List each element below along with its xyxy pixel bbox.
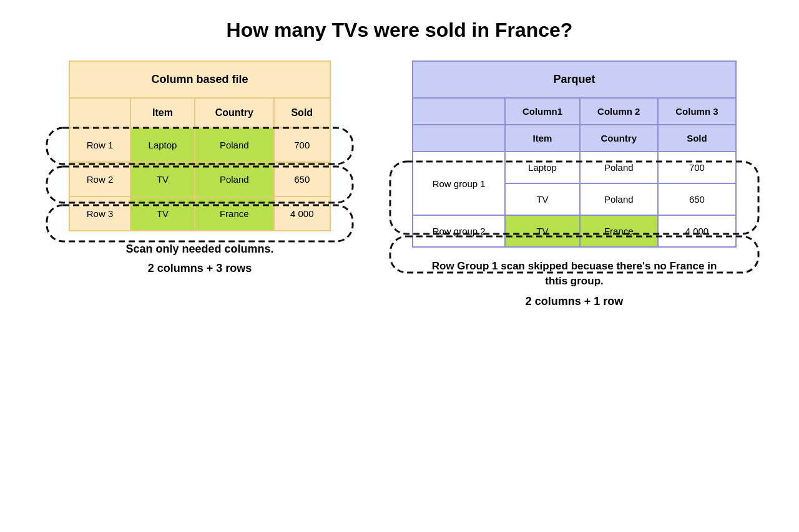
right-scan-text: Row Group 1 scan skipped becuase there's… [431,259,718,289]
table-row: Row 1 Laptop Poland 700 [69,128,330,162]
rg1-r1-sold: 700 [658,152,736,183]
right-caption: Row Group 1 scan skipped becuase there's… [431,259,718,308]
parquet-sub-sold: Sold [658,125,736,152]
col-file-title: Column based file [69,61,330,98]
col-file-container: Column based file Item Country Sold Row … [69,60,331,231]
row-label-1: Row 1 [69,128,130,162]
row2-country: Poland [195,162,274,196]
parquet-table: Parquet Column1 Column 2 Column 3 Item C… [412,60,737,248]
rg2-r1-item: TV [505,215,579,247]
rg2-r1-country: France [580,215,658,247]
left-scan-text: Scan only needed columns. [125,243,273,256]
col-header-item: Item [130,98,195,128]
row3-item: TV [130,196,195,231]
right-table-wrapper: Parquet Column1 Column 2 Column 3 Item C… [412,60,737,248]
row2-item: TV [130,162,195,196]
right-diagram: Parquet Column1 Column 2 Column 3 Item C… [393,60,755,308]
rg1-r1-country: Poland [580,152,658,183]
rg1-r2-country: Poland [580,183,658,215]
col-file-table: Column based file Item Country Sold Row … [69,60,331,231]
row-label-2: Row 2 [69,162,130,196]
col-header-country: Country [195,98,274,128]
row-group-2-label: Row group 2 [413,215,505,247]
parquet-sub-country: Country [580,125,658,152]
parquet-sub-empty [413,125,505,152]
rg1-r2-item: TV [505,183,579,215]
page-title: How many TVs were sold in France? [227,19,573,42]
parquet-col-empty [413,98,505,125]
row3-country: France [195,196,274,231]
parquet-col2: Column 2 [580,98,658,125]
table-row: Row group 2 TV France 4 000 [413,215,736,247]
rg1-r2-sold: 650 [658,183,736,215]
row1-country: Poland [195,128,274,162]
parquet-col1: Column1 [505,98,579,125]
right-cols-rows: 2 columns + 1 row [431,295,718,308]
col-header-empty [69,98,130,128]
row1-item: Laptop [130,128,195,162]
left-cols-rows: 2 columns + 3 rows [125,262,273,275]
row-label-3: Row 3 [69,196,130,231]
rg2-r1-sold: 4 000 [658,215,736,247]
col-header-sold: Sold [274,98,330,128]
row-group-1-label: Row group 1 [413,152,505,215]
table-row: Row group 1 Laptop Poland 700 [413,152,736,183]
left-caption: Scan only needed columns. 2 columns + 3 … [125,243,273,275]
row1-sold: 700 [274,128,330,162]
parquet-title: Parquet [413,61,736,98]
parquet-col3: Column 3 [658,98,736,125]
table-row: Row 2 TV Poland 650 [69,162,330,196]
parquet-sub-item: Item [505,125,579,152]
rg1-r1-item: Laptop [505,152,579,183]
left-diagram: Column based file Item Country Sold Row … [44,60,356,275]
table-row: Row 3 TV France 4 000 [69,196,330,231]
row3-sold: 4 000 [274,196,330,231]
row2-sold: 650 [274,162,330,196]
